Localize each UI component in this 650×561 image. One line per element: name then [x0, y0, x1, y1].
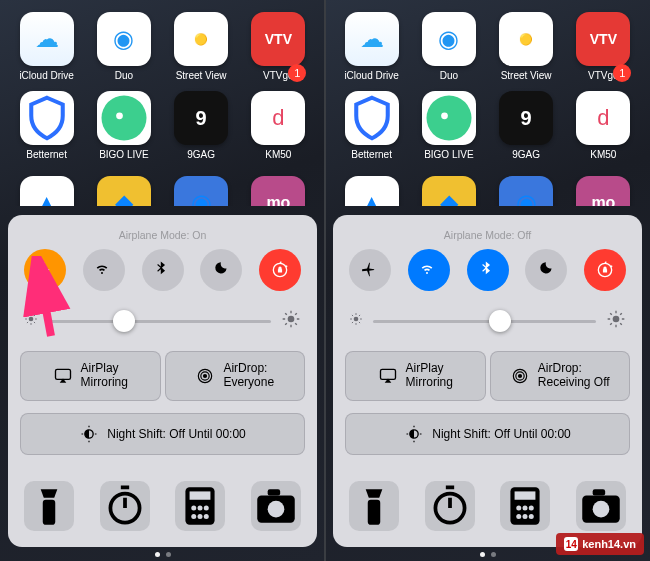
- watermark-badge: 14: [564, 537, 578, 551]
- airplane-toggle[interactable]: [24, 249, 66, 291]
- flashlight-button[interactable]: [24, 481, 74, 531]
- airdrop-icon: [195, 366, 215, 386]
- app-bigo-live[interactable]: BIGO LIVE: [416, 91, 482, 160]
- airdrop-button[interactable]: AirDrop:Everyone: [165, 351, 306, 401]
- bluetooth-toggle[interactable]: [467, 249, 509, 291]
- timer-button[interactable]: [425, 481, 475, 531]
- app-row3-2[interactable]: ◉: [168, 170, 234, 206]
- brightness-high-icon: [606, 309, 626, 333]
- calculator-button[interactable]: [500, 481, 550, 531]
- control-center: Airplane Mode: Off AirPlayMirroring AirD…: [333, 215, 642, 547]
- camera-button[interactable]: [576, 481, 626, 531]
- app-icloud-drive[interactable]: ☁︎iCloud Drive: [339, 12, 405, 81]
- airplay-label: AirPlayMirroring: [406, 362, 453, 390]
- watermark-text: kenh14.vn: [582, 538, 636, 550]
- wifi-toggle[interactable]: [408, 249, 450, 291]
- bluetooth-toggle[interactable]: [142, 249, 184, 291]
- app-row3-1[interactable]: ◆: [91, 170, 157, 206]
- app-9gag[interactable]: 99GAG: [168, 91, 234, 160]
- watermark: 14 kenh14.vn: [556, 533, 644, 555]
- orientation-lock-toggle[interactable]: [259, 249, 301, 291]
- airplay-button[interactable]: AirPlayMirroring: [345, 351, 486, 401]
- night-shift-label: Night Shift: Off Until 00:00: [432, 427, 571, 441]
- badge: 1: [613, 64, 631, 82]
- airplane-toggle[interactable]: [349, 249, 391, 291]
- camera-button[interactable]: [251, 481, 301, 531]
- airdrop-button[interactable]: AirDrop:Receiving Off: [490, 351, 631, 401]
- brightness-slider[interactable]: [349, 309, 626, 333]
- airplay-icon: [378, 366, 398, 386]
- app-row3-0[interactable]: ▲: [14, 170, 80, 206]
- app-street-view[interactable]: 🟡Street View: [493, 12, 559, 81]
- wifi-toggle[interactable]: [83, 249, 125, 291]
- airplay-button[interactable]: AirPlayMirroring: [20, 351, 161, 401]
- brightness-slider[interactable]: [24, 309, 301, 333]
- flashlight-button[interactable]: [349, 481, 399, 531]
- night-shift-button[interactable]: Night Shift: Off Until 00:00: [20, 413, 305, 455]
- status-hint: Airplane Mode: Off: [345, 229, 630, 241]
- night-shift-icon: [404, 424, 424, 444]
- airdrop-label: AirDrop:Everyone: [223, 362, 274, 390]
- brightness-low-icon: [24, 312, 38, 330]
- app-row3-0[interactable]: ▲: [339, 170, 405, 206]
- app-row3-3[interactable]: mo: [245, 170, 311, 206]
- dnd-toggle[interactable]: [200, 249, 242, 291]
- app-duo[interactable]: ◉Duo: [91, 12, 157, 81]
- app-9gag[interactable]: 99GAG: [493, 91, 559, 160]
- airdrop-icon: [510, 366, 530, 386]
- app-betternet[interactable]: Betternet: [339, 91, 405, 160]
- night-shift-icon: [79, 424, 99, 444]
- control-center: Airplane Mode: On AirPlayMirroring AirDr…: [8, 215, 317, 547]
- app-bigo-live[interactable]: BIGO LIVE: [91, 91, 157, 160]
- brightness-high-icon: [281, 309, 301, 333]
- app-km50[interactable]: d1KM50: [570, 91, 636, 160]
- airdrop-label: AirDrop:Receiving Off: [538, 362, 610, 390]
- app-street-view[interactable]: 🟡Street View: [168, 12, 234, 81]
- page-dots: [0, 552, 325, 557]
- calculator-button[interactable]: [175, 481, 225, 531]
- dnd-toggle[interactable]: [525, 249, 567, 291]
- night-shift-label: Night Shift: Off Until 00:00: [107, 427, 246, 441]
- pane-1: ☁︎iCloud Drive◉Duo🟡Street ViewVTVVTVgoBe…: [325, 0, 650, 561]
- orientation-lock-toggle[interactable]: [584, 249, 626, 291]
- app-row3-3[interactable]: mo: [570, 170, 636, 206]
- app-icloud-drive[interactable]: ☁︎iCloud Drive: [14, 12, 80, 81]
- night-shift-button[interactable]: Night Shift: Off Until 00:00: [345, 413, 630, 455]
- app-row3-1[interactable]: ◆: [416, 170, 482, 206]
- status-hint: Airplane Mode: On: [20, 229, 305, 241]
- app-km50[interactable]: d1KM50: [245, 91, 311, 160]
- pane-0: ☁︎iCloud Drive◉Duo🟡Street ViewVTVVTVgoBe…: [0, 0, 325, 561]
- airplay-icon: [53, 366, 73, 386]
- brightness-low-icon: [349, 312, 363, 330]
- badge: 1: [288, 64, 306, 82]
- app-duo[interactable]: ◉Duo: [416, 12, 482, 81]
- timer-button[interactable]: [100, 481, 150, 531]
- airplay-label: AirPlayMirroring: [81, 362, 128, 390]
- app-betternet[interactable]: Betternet: [14, 91, 80, 160]
- app-row3-2[interactable]: ◉: [493, 170, 559, 206]
